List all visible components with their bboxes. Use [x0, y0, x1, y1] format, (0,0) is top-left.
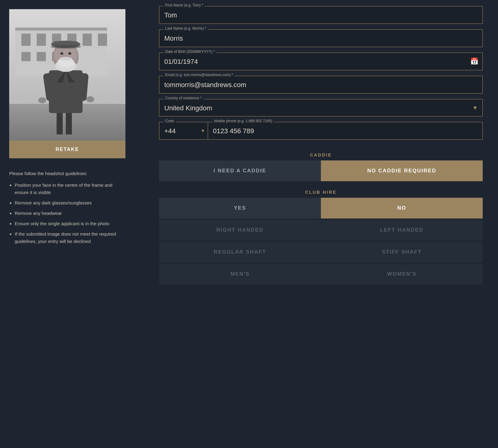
- no-caddie-label: NO CADDIE REQUIRED: [367, 168, 437, 174]
- retake-label: RETAKE: [56, 147, 79, 152]
- guidelines-list-item: If the submitted image does not meet the…: [15, 230, 125, 245]
- phone-code-label: Code: [163, 119, 176, 123]
- svg-rect-5: [37, 34, 46, 46]
- left-handed-label: LEFT HANDED: [380, 227, 424, 233]
- caddie-toggle-row: I NEED A CADDIE NO CADDIE REQUIRED: [159, 160, 483, 181]
- dob-input-wrapper: 📅: [159, 53, 483, 70]
- guidelines-intro: Please follow the headshot guidelines:: [9, 170, 125, 177]
- svg-point-31: [50, 45, 81, 49]
- svg-point-33: [60, 57, 72, 61]
- first-name-label: First Name (e.g. Tom) *: [163, 3, 205, 7]
- phone-code-select: ▼: [159, 122, 208, 140]
- handedness-toggle-row: RIGHT HANDED LEFT HANDED: [159, 220, 483, 241]
- phone-number-group: Mobile phone (e.g. 1 866 902 7245): [208, 122, 483, 140]
- club-hire-no-label: NO: [397, 205, 407, 211]
- club-hire-yes-button[interactable]: YES: [159, 198, 321, 218]
- need-caddie-label: I NEED A CADDIE: [214, 168, 266, 174]
- last-name-input[interactable]: [159, 29, 483, 47]
- phone-input[interactable]: [208, 122, 483, 140]
- club-hire-no-button[interactable]: NO: [321, 198, 483, 218]
- caddie-section-title: CADDIE: [159, 152, 483, 157]
- email-field: Email (e.g. tom.morris@standrews.com) *: [159, 76, 483, 94]
- svg-rect-9: [98, 34, 107, 46]
- last-name-label: Last Name (e.g. Morris) *: [163, 26, 208, 31]
- phone-code-input[interactable]: [159, 122, 208, 140]
- phone-row: Code ▼ Mobile phone (e.g. 1 866 902 7245…: [159, 122, 483, 140]
- svg-point-21: [38, 97, 46, 103]
- club-hire-yes-label: YES: [234, 205, 246, 211]
- regular-shaft-label: REGULAR SHAFT: [214, 249, 266, 255]
- svg-point-28: [68, 52, 71, 55]
- email-input[interactable]: [159, 76, 483, 94]
- country-select[interactable]: United Kingdom: [159, 99, 483, 116]
- club-hire-section-title: CLUB HIRE: [159, 190, 483, 195]
- regular-shaft-button[interactable]: REGULAR SHAFT: [159, 242, 321, 263]
- guidelines-list: Position your face in the centre of the …: [9, 182, 125, 245]
- country-label: Country of residence *: [163, 96, 203, 100]
- dob-input[interactable]: [159, 53, 483, 70]
- svg-rect-10: [21, 52, 31, 61]
- guidelines-text: Please follow the headshot guidelines: P…: [9, 170, 125, 248]
- womens-label: WOMEN'S: [387, 271, 416, 277]
- need-caddie-button[interactable]: I NEED A CADDIE: [159, 160, 321, 181]
- photo-container: [9, 9, 125, 141]
- svg-rect-8: [83, 34, 92, 46]
- svg-rect-11: [37, 52, 46, 61]
- stiff-shaft-button[interactable]: STIFF SHAFT: [321, 242, 483, 263]
- dob-label: Date of Birth (DD/MM/YYYY) *: [163, 50, 217, 54]
- right-panel: First Name (e.g. Tom) * Last Name (e.g. …: [144, 0, 498, 448]
- svg-rect-3: [15, 28, 107, 31]
- first-name-field: First Name (e.g. Tom) *: [159, 6, 483, 24]
- svg-point-22: [86, 96, 94, 102]
- guidelines-list-item: Position your face in the centre of the …: [15, 182, 125, 196]
- first-name-input[interactable]: [159, 6, 483, 24]
- right-handed-label: RIGHT HANDED: [216, 227, 263, 233]
- guidelines-list-item: Remove any headwear: [15, 210, 125, 217]
- dob-field: Date of Birth (DD/MM/YYYY) * 📅: [159, 53, 483, 70]
- womens-button[interactable]: WOMEN'S: [321, 264, 483, 285]
- left-panel: RETAKE Please follow the headshot guidel…: [0, 0, 144, 448]
- country-field: Country of residence * United Kingdom ▼: [159, 99, 483, 116]
- right-handed-button[interactable]: RIGHT HANDED: [159, 220, 321, 241]
- left-handed-button[interactable]: LEFT HANDED: [321, 220, 483, 241]
- svg-point-27: [60, 52, 63, 55]
- guidelines-list-item: Ensure only the single applicant is in t…: [15, 220, 125, 227]
- mens-button[interactable]: MEN'S: [159, 264, 321, 285]
- stiff-shaft-label: STIFF SHAFT: [382, 249, 422, 255]
- country-select-wrapper: United Kingdom ▼: [159, 99, 483, 116]
- svg-rect-4: [21, 34, 31, 46]
- no-caddie-button[interactable]: NO CADDIE REQUIRED: [321, 160, 483, 181]
- photo-placeholder: [9, 9, 125, 141]
- club-hire-toggle-row: YES NO: [159, 198, 483, 218]
- guidelines-list-item: Remove any dark glasses/sunglasses: [15, 199, 125, 207]
- shaft-toggle-row: REGULAR SHAFT STIFF SHAFT: [159, 242, 483, 263]
- mens-label: MEN'S: [230, 271, 250, 277]
- phone-code-group: Code ▼: [159, 122, 208, 140]
- email-label: Email (e.g. tom.morris@standrews.com) *: [163, 73, 235, 77]
- last-name-field: Last Name (e.g. Morris) *: [159, 29, 483, 47]
- retake-button[interactable]: RETAKE: [9, 141, 125, 158]
- gender-toggle-row: MEN'S WOMEN'S: [159, 264, 483, 285]
- phone-label: Mobile phone (e.g. 1 866 902 7245): [212, 119, 274, 123]
